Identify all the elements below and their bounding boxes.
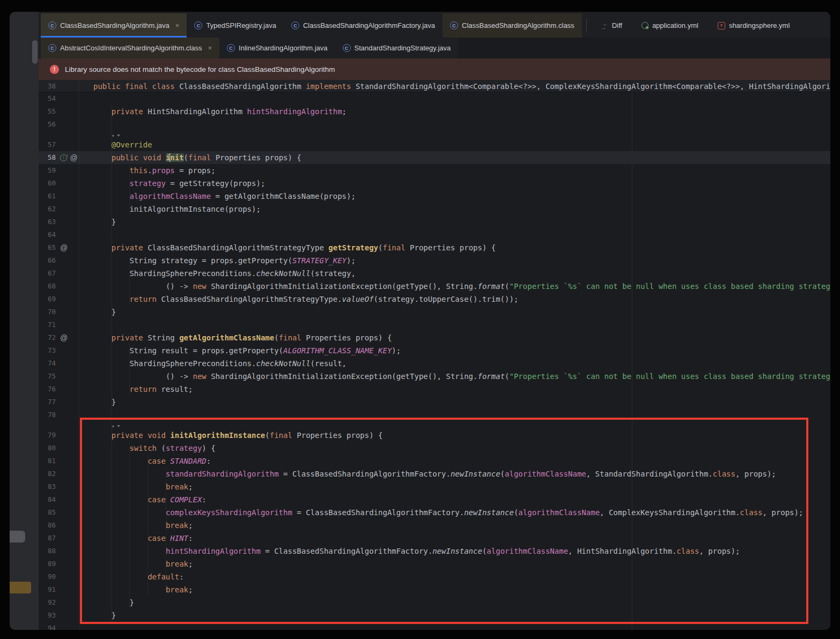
- line-number[interactable]: 74: [39, 357, 56, 370]
- code-line[interactable]: 90default:: [39, 570, 830, 583]
- code-line[interactable]: 65@private ClassBasedShardingAlgorithmSt…: [39, 241, 830, 254]
- line-number[interactable]: 66: [39, 254, 56, 267]
- code-line[interactable]: 55private HintShardingAlgorithm hintShar…: [39, 105, 830, 118]
- code-line[interactable]: 74ShardingSpherePreconditions.checkNotNu…: [39, 357, 830, 370]
- editor-tab[interactable]: application.yml: [632, 13, 708, 38]
- annotations-gutter-icon[interactable]: @: [60, 331, 68, 344]
- code-line[interactable]: 73String result = props.getProperty(ALGO…: [39, 344, 830, 357]
- code-line[interactable]: 87case HINT:: [39, 532, 830, 545]
- line-number[interactable]: 58: [39, 151, 56, 164]
- inlay-hint-row[interactable]: ✦: [39, 421, 830, 429]
- line-number[interactable]: 38: [39, 80, 56, 92]
- line-number[interactable]: 67: [39, 267, 56, 280]
- annotations-gutter-icon[interactable]: @: [70, 151, 78, 164]
- line-number[interactable]: 54: [39, 92, 56, 105]
- line-number[interactable]: 60: [39, 177, 56, 190]
- sticky-class-declaration[interactable]: 38public final class ClassBasedShardingA…: [39, 80, 830, 92]
- editor-tab[interactable]: CAbstractCosIdIntervalShardingAlgorithm.…: [41, 38, 219, 58]
- line-number[interactable]: 84: [39, 493, 56, 506]
- code-line[interactable]: 85complexKeysShardingAlgorithm = ClassBa…: [39, 506, 830, 519]
- code-line[interactable]: 62initAlgorithmInstance(props);: [39, 203, 830, 216]
- code-line[interactable]: 77}: [39, 396, 830, 408]
- code-line[interactable]: 66String strategy = props.getProperty(ST…: [39, 254, 830, 267]
- editor-tab[interactable]: ←→Diff: [591, 13, 632, 38]
- line-number[interactable]: 89: [39, 558, 56, 570]
- code-line[interactable]: 92}: [39, 596, 830, 609]
- line-number[interactable]: 94: [39, 622, 56, 630]
- code-line[interactable]: 93}: [39, 609, 830, 622]
- line-number[interactable]: 56: [39, 118, 56, 131]
- code-line[interactable]: 71: [39, 318, 830, 331]
- line-number[interactable]: 93: [39, 609, 56, 622]
- code-line[interactable]: 69return ClassBasedShardingAlgorithmStra…: [39, 293, 830, 306]
- line-number[interactable]: 68: [39, 280, 56, 293]
- editor-tab[interactable]: CClassBasedShardingAlgorithm.java×: [41, 13, 187, 38]
- line-number[interactable]: 91: [39, 583, 56, 596]
- line-number[interactable]: 76: [39, 383, 56, 396]
- line-number[interactable]: 57: [39, 138, 56, 151]
- code-line[interactable]: 64: [39, 228, 830, 241]
- line-number[interactable]: 85: [39, 506, 56, 519]
- editor-tab[interactable]: CStandardShardingStrategy.java: [335, 38, 459, 58]
- line-number[interactable]: 92: [39, 596, 56, 609]
- code-line[interactable]: 75() -> new ShardingAlgorithmInitializat…: [39, 370, 830, 383]
- line-number[interactable]: 81: [39, 455, 56, 467]
- tool-strip-item-orange[interactable]: [10, 582, 31, 593]
- line-number[interactable]: 71: [39, 318, 56, 331]
- line-number[interactable]: 79: [39, 429, 56, 442]
- line-number[interactable]: 82: [39, 467, 56, 480]
- code-line[interactable]: 67ShardingSpherePreconditions.checkNotNu…: [39, 267, 830, 280]
- code-line[interactable]: 68() -> new ShardingAlgorithmInitializat…: [39, 280, 830, 293]
- line-number[interactable]: 88: [39, 545, 56, 558]
- code-line[interactable]: 59this.props = props;: [39, 164, 830, 177]
- code-line[interactable]: 80switch (strategy) {: [39, 442, 830, 455]
- code-line[interactable]: 56: [39, 118, 830, 131]
- editor-tab[interactable]: Yshardingsphere.yml: [708, 13, 799, 38]
- editor-tab[interactable]: CClassBasedShardingAlgorithmFactory.java: [284, 13, 443, 38]
- editor-tab[interactable]: CTypedSPIRegistry.java: [187, 13, 284, 38]
- code-line[interactable]: 84case COMPLEX:: [39, 493, 830, 506]
- line-number[interactable]: 73: [39, 344, 56, 357]
- line-number[interactable]: 83: [39, 480, 56, 493]
- code-line[interactable]: 60strategy = getStrategy(props);: [39, 177, 830, 190]
- tab-close-icon[interactable]: ×: [208, 44, 212, 51]
- tool-strip-item-light[interactable]: [10, 531, 25, 543]
- line-number[interactable]: 62: [39, 203, 56, 216]
- code-line[interactable]: 82standardShardingAlgorithm = ClassBased…: [39, 467, 830, 480]
- code-line[interactable]: 61algorithmClassName = getAlgorithmClass…: [39, 190, 830, 203]
- line-number[interactable]: 55: [39, 105, 56, 118]
- line-number[interactable]: 63: [39, 216, 56, 228]
- line-number[interactable]: 61: [39, 190, 56, 203]
- code-line[interactable]: 76return result;: [39, 383, 830, 396]
- annotations-gutter-icon[interactable]: @: [60, 241, 68, 254]
- code-line[interactable]: 81case STANDARD:: [39, 455, 830, 467]
- line-number[interactable]: 59: [39, 164, 56, 177]
- tab-close-icon[interactable]: ×: [175, 22, 180, 29]
- code-line[interactable]: 89break;: [39, 558, 830, 570]
- line-number[interactable]: 77: [39, 396, 56, 408]
- code-line[interactable]: 58↑↑@public void init(final Properties p…: [39, 151, 830, 164]
- code-line[interactable]: 94: [39, 622, 830, 630]
- inlay-hint-row[interactable]: ✦: [39, 131, 830, 138]
- line-number[interactable]: 65: [39, 241, 56, 254]
- line-number[interactable]: 64: [39, 228, 56, 241]
- line-number[interactable]: 80: [39, 442, 56, 455]
- code-line[interactable]: 63}: [39, 216, 830, 228]
- line-number[interactable]: 70: [39, 306, 56, 318]
- code-line[interactable]: 72@private String getAlgorithmClassName(…: [39, 331, 830, 344]
- line-number[interactable]: 69: [39, 293, 56, 306]
- code-line[interactable]: 57@Override: [39, 138, 830, 151]
- editor-tab[interactable]: CInlineShardingAlgorithm.java: [219, 38, 335, 58]
- code-line[interactable]: 83break;: [39, 480, 830, 493]
- editor-tab[interactable]: CClassBasedShardingAlgorithm.class: [443, 13, 582, 38]
- line-number[interactable]: 87: [39, 532, 56, 545]
- code-line[interactable]: 88hintShardingAlgorithm = ClassBasedShar…: [39, 545, 830, 558]
- line-number[interactable]: 72: [39, 331, 56, 344]
- code-line[interactable]: 91break;: [39, 583, 830, 596]
- code-line[interactable]: 86break;: [39, 519, 830, 532]
- line-number[interactable]: 86: [39, 519, 56, 532]
- line-number[interactable]: 75: [39, 370, 56, 383]
- code-line[interactable]: 70}: [39, 306, 830, 318]
- scrollbar-pill[interactable]: [32, 40, 38, 64]
- code-line[interactable]: 38public final class ClassBasedShardingA…: [39, 80, 830, 92]
